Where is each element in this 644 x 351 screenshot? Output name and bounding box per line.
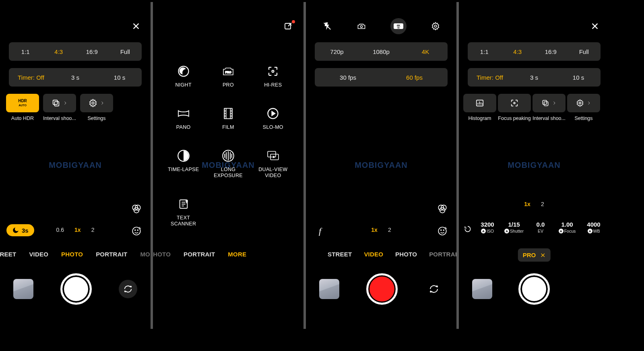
- mode-strip[interactable]: STREET VIDEO PHOTO PORTRAIT MORE: [0, 251, 142, 258]
- shutter-button[interactable]: [60, 273, 92, 305]
- mode-strip[interactable]: PHOTO PORTRAIT MORE: [153, 251, 299, 258]
- zoom-1x[interactable]: 1x: [74, 227, 81, 233]
- zoom-row: 1x 2: [306, 227, 456, 233]
- settings-button[interactable]: [567, 94, 600, 112]
- mode-street[interactable]: STREET: [328, 251, 352, 258]
- mode-photo[interactable]: PHOTO: [61, 251, 83, 258]
- ratio-16-9[interactable]: 16:9: [75, 48, 109, 55]
- aspect-ratio-segment: 1:1 4:3 16:9 Full: [468, 42, 601, 61]
- mode-portrait[interactable]: PORTRAIT: [184, 251, 215, 258]
- mode-more[interactable]: MORE: [228, 251, 246, 258]
- mode-pano[interactable]: PANO: [161, 107, 206, 130]
- shutter-button[interactable]: [518, 273, 550, 305]
- mode-portrait[interactable]: PORTRAIT: [429, 251, 456, 258]
- stack-icon: [541, 99, 549, 107]
- ratio-full[interactable]: Full: [568, 48, 601, 55]
- param-shutter[interactable]: 1/15 AShutter: [502, 221, 526, 233]
- gallery-thumbnail[interactable]: [472, 279, 492, 299]
- tile-interval: Interval shoo...: [533, 94, 565, 121]
- mode-slomo[interactable]: SLO-MO: [251, 107, 295, 130]
- ratio-4-3[interactable]: 4:3: [42, 48, 76, 55]
- timer-off[interactable]: Timer: Off: [9, 74, 53, 81]
- auto-badge-icon: A: [504, 229, 509, 233]
- filters-icon[interactable]: [436, 202, 448, 215]
- interval-shooting-button[interactable]: [43, 94, 76, 112]
- flash-off-icon[interactable]: [322, 21, 332, 31]
- gallery-thumbnail[interactable]: [319, 279, 339, 299]
- gallery-thumbnail[interactable]: [13, 279, 33, 299]
- auto-badge-icon: A: [588, 229, 592, 233]
- interval-shooting-button[interactable]: [533, 94, 566, 112]
- ratio-4-3[interactable]: 4:3: [501, 48, 535, 55]
- mode-pro[interactable]: PRO PRO: [206, 64, 250, 88]
- mode-more[interactable]: MORE: [140, 251, 151, 258]
- zoom-2[interactable]: 2: [541, 201, 544, 207]
- switch-camera-button[interactable]: [425, 280, 443, 298]
- svg-text:60: 60: [397, 27, 400, 29]
- mode-video[interactable]: VIDEO: [364, 251, 383, 258]
- timer-3s[interactable]: 3 s: [53, 74, 97, 81]
- gear-icon: [89, 99, 97, 107]
- mode-strip[interactable]: STREET VIDEO PHOTO PORTRAIT: [306, 251, 456, 258]
- settings-icon[interactable]: [430, 21, 441, 31]
- more-topbar: [153, 18, 303, 34]
- switch-camera-button[interactable]: [119, 280, 137, 298]
- fps-30[interactable]: 30 fps: [315, 74, 381, 81]
- zoom-2[interactable]: 2: [388, 227, 391, 233]
- mode-dualview[interactable]: DUAL-VIEW VIDEO: [251, 149, 295, 179]
- tile-settings: Settings: [568, 94, 600, 121]
- svg-point-26: [434, 25, 437, 27]
- reset-icon[interactable]: [462, 223, 473, 235]
- res-4k[interactable]: 4K: [403, 48, 448, 55]
- histogram-button[interactable]: [463, 94, 496, 112]
- zoom-2[interactable]: 2: [91, 227, 95, 233]
- mode-longexposure[interactable]: LONG EXPOSURE: [206, 149, 250, 179]
- mode-photo[interactable]: PHOTO: [153, 251, 171, 258]
- timer-3s[interactable]: 3 s: [512, 74, 556, 81]
- res-720p[interactable]: 720p: [315, 48, 359, 55]
- hdr-auto-button[interactable]: HDRAUTO: [6, 94, 39, 112]
- more-modes-grid: NIGHT PRO PRO HI-RES PANO FILM SLO-MO TI…: [153, 64, 303, 227]
- close-icon[interactable]: [132, 22, 140, 31]
- fps-60[interactable]: 60 fps: [381, 74, 448, 81]
- mode-hires[interactable]: HI-RES: [251, 64, 295, 88]
- edit-modes-icon[interactable]: [283, 21, 293, 31]
- zoom-1x[interactable]: 1x: [371, 227, 378, 233]
- svg-text:T: T: [186, 200, 188, 203]
- mode-night[interactable]: NIGHT: [161, 64, 206, 88]
- zoom-0-6[interactable]: 0.6: [56, 227, 64, 233]
- timer-off[interactable]: Timer: Off: [468, 74, 512, 81]
- zoom-row: 1x 2: [459, 201, 609, 207]
- macro-icon[interactable]: [356, 21, 367, 31]
- param-focus[interactable]: 1.00 AFocus: [555, 221, 580, 233]
- close-icon[interactable]: [590, 22, 599, 31]
- filters-icon[interactable]: [130, 202, 142, 215]
- mode-street[interactable]: STREET: [0, 251, 16, 258]
- ratio-full[interactable]: Full: [109, 48, 142, 55]
- ratio-16-9[interactable]: 16:9: [534, 48, 568, 55]
- mode-film[interactable]: FILM: [206, 107, 250, 130]
- resolution-4k60-icon[interactable]: 4K60: [390, 18, 407, 34]
- timer-10s[interactable]: 10 s: [556, 74, 601, 81]
- param-wb[interactable]: 4000 AWB: [581, 221, 606, 233]
- timer-10s[interactable]: 10 s: [97, 74, 142, 81]
- timelapse-icon: [177, 149, 190, 163]
- param-iso[interactable]: 3200 AISO: [475, 221, 500, 233]
- record-button[interactable]: [366, 273, 398, 305]
- pano-icon: [177, 107, 190, 120]
- chevron-right-icon: [586, 101, 591, 105]
- res-1080p[interactable]: 1080p: [359, 48, 403, 55]
- ratio-1-1[interactable]: 1:1: [468, 48, 501, 55]
- pro-mode-chip[interactable]: PRO: [518, 248, 551, 262]
- param-ev[interactable]: 0.0 EV: [528, 221, 553, 233]
- mode-portrait[interactable]: PORTRAIT: [96, 251, 127, 258]
- mode-photo[interactable]: PHOTO: [395, 251, 417, 258]
- settings-button[interactable]: [80, 94, 113, 112]
- mode-video[interactable]: VIDEO: [29, 251, 48, 258]
- mode-textscanner[interactable]: T TEXT SCANNER: [161, 197, 206, 227]
- focuspeaking-button[interactable]: [498, 94, 531, 112]
- chevron-right-icon: [552, 101, 557, 105]
- ratio-1-1[interactable]: 1:1: [9, 48, 42, 55]
- mode-timelapse[interactable]: TIME-LAPSE: [161, 149, 206, 179]
- zoom-1x[interactable]: 1x: [524, 201, 530, 207]
